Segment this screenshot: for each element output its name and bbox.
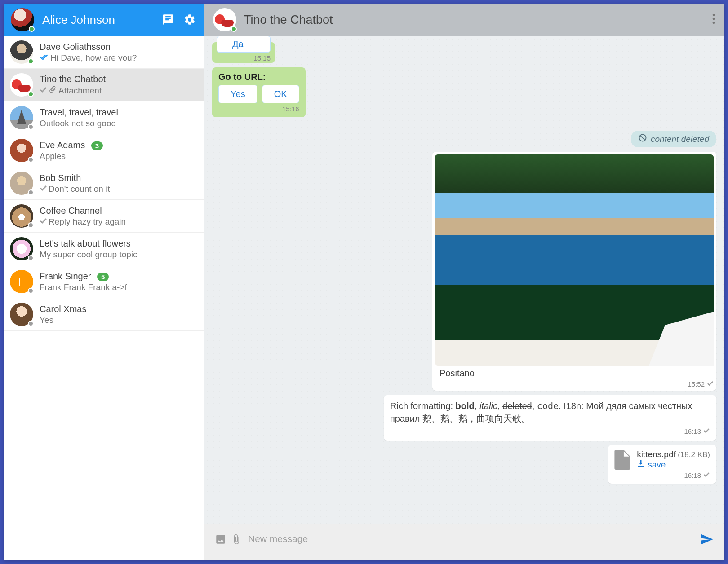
self-avatar[interactable]: [11, 8, 34, 31]
message-text: Rich formatting: bold, italic, deleted, …: [390, 401, 692, 423]
message-time: 15:52: [435, 380, 714, 388]
chat-preview: Don't count on it: [40, 184, 197, 194]
chat-preview: Attachment: [40, 85, 197, 96]
messages-scroll[interactable]: Да 15:15 Go to URL: Yes OK 15:16: [204, 36, 724, 524]
save-file-link[interactable]: save: [637, 459, 710, 470]
chat-preview: Frank Frank Frank a->f: [40, 282, 197, 292]
self-name: Alice Johnson: [42, 13, 161, 27]
image-caption: Positano: [435, 366, 714, 379]
avatar: [10, 204, 33, 228]
avatar: [10, 172, 33, 195]
message-image[interactable]: [435, 154, 714, 366]
chat-preview: Reply hazy try again: [40, 217, 197, 227]
avatar: [10, 139, 33, 162]
chat-preview: Hi Dave, how are you?: [40, 53, 197, 63]
status-dot: [28, 255, 34, 261]
sent-receipt-icon: [40, 217, 47, 227]
chat-item-bob[interactable]: Bob Smith Don't count on it: [4, 167, 204, 200]
avatar: [10, 73, 33, 97]
avatar: [10, 303, 33, 326]
chat-item-travel[interactable]: Travel, travel, travel Outlook not so go…: [4, 101, 204, 134]
chat-item-carol[interactable]: Carol Xmas Yes: [4, 298, 204, 331]
file-name: kittens.pdf: [637, 449, 676, 459]
chat-title: Eve Adams 3: [40, 140, 197, 150]
status-dot: [28, 124, 34, 130]
more-icon[interactable]: [712, 13, 715, 26]
chat-title: Dave Goliathsson: [40, 42, 197, 52]
message-in: Да 15:15: [212, 42, 716, 63]
message-time: 16:18: [614, 471, 710, 479]
sent-receipt-icon: [703, 427, 710, 436]
message-out: Rich formatting: bold, italic, deleted, …: [212, 395, 716, 441]
settings-icon[interactable]: [183, 13, 196, 26]
status-dot: [28, 58, 34, 64]
composer: [204, 524, 724, 560]
avatar: [10, 237, 33, 260]
sent-receipt-icon: [40, 86, 47, 96]
chat-item-eve[interactable]: Eve Adams 3 Apples: [4, 134, 204, 167]
chat-item-coffee[interactable]: Coffee Channel Reply hazy try again: [4, 200, 204, 233]
message-time: 16:13: [390, 427, 710, 436]
status-dot: [28, 189, 34, 195]
avatar: F: [10, 270, 33, 293]
chat-item-frank[interactable]: F Frank Singer 5 Frank Frank Frank a->f: [4, 265, 204, 298]
sent-receipt-icon: [40, 184, 47, 194]
chat-title: Bob Smith: [40, 173, 197, 183]
sidebar-header: Alice Johnson: [4, 4, 204, 36]
read-receipt-icon: [40, 53, 49, 63]
sent-receipt-icon: [706, 380, 714, 388]
chat-title: Let's talk about flowers: [40, 238, 197, 249]
deleted-pill: content deleted: [631, 131, 716, 147]
reply-button[interactable]: Да: [217, 36, 271, 53]
reply-button-ok[interactable]: OK: [262, 85, 299, 103]
topic-avatar[interactable]: [213, 8, 236, 31]
file-attach-icon[interactable]: [231, 533, 242, 547]
chat-title: Travel, travel, travel: [40, 107, 197, 118]
file-size: (18.2 KB): [678, 450, 710, 459]
status-dot: [231, 26, 237, 32]
status-dot: [28, 288, 34, 294]
message-input[interactable]: [248, 533, 694, 544]
svg-line-4: [640, 136, 645, 141]
chat-preview: My super cool group topic: [40, 250, 197, 260]
message-time: 15:15: [217, 54, 271, 62]
status-dot: [28, 222, 34, 228]
chat-preview: Outlook not so good: [40, 119, 197, 128]
chat-title: Coffee Channel: [40, 206, 197, 216]
deleted-indicator-row: content deleted: [212, 131, 716, 147]
file-icon: [614, 450, 630, 470]
sent-receipt-icon: [703, 471, 710, 479]
chat-item-flowers[interactable]: Let's talk about flowers My super cool g…: [4, 233, 204, 265]
chat-title: Tino the Chatbot: [40, 74, 197, 84]
self-status-dot: [29, 26, 35, 32]
message-out: Positano 15:52: [212, 152, 716, 391]
send-icon[interactable]: [700, 533, 714, 548]
attachment-icon: [49, 85, 57, 96]
chat-list: Dave Goliathsson Hi Dave, how are you? T…: [4, 36, 204, 560]
conversation-pane: Tino the Chatbot Да 15:15 Go to URL: Yes…: [204, 4, 724, 560]
unread-badge: 3: [91, 141, 103, 150]
topic-title: Tino the Chatbot: [244, 13, 712, 27]
chat-title: Carol Xmas: [40, 304, 197, 314]
reply-button-yes[interactable]: Yes: [218, 85, 257, 103]
message-time: 15:16: [218, 105, 299, 113]
image-attach-icon[interactable]: [215, 533, 226, 547]
chat-preview: Apples: [40, 151, 197, 161]
chat-preview: Yes: [40, 315, 197, 325]
new-chat-icon[interactable]: [161, 13, 175, 26]
unread-badge: 5: [97, 273, 109, 281]
chat-item-tino[interactable]: Tino the Chatbot Attachment: [4, 69, 204, 101]
sidebar: Alice Johnson Dave Goliathsson: [4, 4, 204, 560]
svg-point-1: [713, 18, 715, 20]
status-dot: [28, 157, 34, 163]
chat-title: Frank Singer 5: [40, 271, 197, 282]
message-out: kittens.pdf (18.2 KB) save: [212, 445, 716, 484]
topic-bar: Tino the Chatbot: [204, 4, 724, 36]
svg-point-2: [713, 22, 715, 24]
message-in: Go to URL: Yes OK 15:16: [212, 67, 716, 117]
avatar: [10, 40, 33, 64]
download-icon: [637, 459, 645, 470]
status-dot: [28, 91, 34, 97]
chat-item-dave[interactable]: Dave Goliathsson Hi Dave, how are you?: [4, 36, 204, 69]
status-dot: [28, 321, 34, 326]
